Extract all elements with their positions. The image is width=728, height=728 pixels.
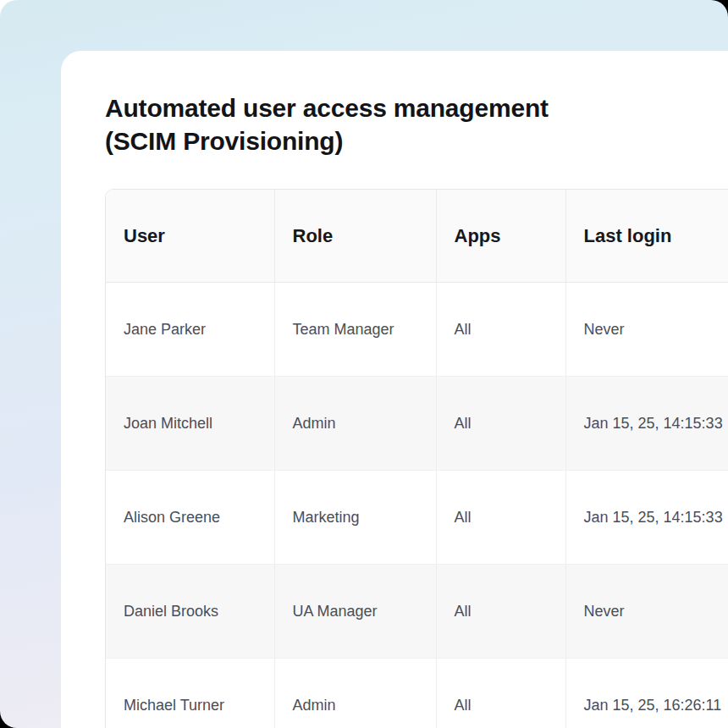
cell-last_login: Jan 15, 25, 14:15:33 xyxy=(565,377,728,471)
cell-role: UA Manager xyxy=(274,565,436,659)
cell-user: Joan Mitchell xyxy=(106,377,274,471)
column-header-role: Role xyxy=(274,190,436,283)
cell-role: Admin xyxy=(274,659,436,728)
table-row: Alison GreeneMarketingAllJan 15, 25, 14:… xyxy=(106,471,728,565)
scim-provisioning-card: Automated user access management (SCIM P… xyxy=(61,51,728,728)
cell-last_login: Jan 15, 25, 14:15:33 xyxy=(565,471,728,565)
column-header-user: User xyxy=(106,190,274,283)
cell-user: Alison Greene xyxy=(106,471,274,565)
table-row: Joan MitchellAdminAllJan 15, 25, 14:15:3… xyxy=(106,377,728,471)
table-header-row: UserRoleAppsLast login xyxy=(106,190,728,283)
screenshot-stage: Automated user access management (SCIM P… xyxy=(0,0,728,728)
table-header: UserRoleAppsLast login xyxy=(106,190,728,283)
cell-apps: All xyxy=(436,471,565,565)
cell-apps: All xyxy=(436,565,565,659)
user-access-table: UserRoleAppsLast login Jane ParkerTeam M… xyxy=(106,190,728,728)
cell-last_login: Jan 15, 25, 16:26:11 xyxy=(565,659,728,728)
table-row: Michael TurnerAdminAllJan 15, 25, 16:26:… xyxy=(106,659,728,728)
user-access-table-container: UserRoleAppsLast login Jane ParkerTeam M… xyxy=(105,189,728,728)
table-body: Jane ParkerTeam ManagerAllNeverJoan Mitc… xyxy=(106,283,728,728)
cell-last_login: Never xyxy=(565,283,728,377)
table-row: Jane ParkerTeam ManagerAllNever xyxy=(106,283,728,377)
cell-apps: All xyxy=(436,659,565,728)
cell-role: Marketing xyxy=(274,471,436,565)
cell-apps: All xyxy=(436,283,565,377)
cell-role: Admin xyxy=(274,377,436,471)
cell-user: Jane Parker xyxy=(106,283,274,377)
page-title: Automated user access management (SCIM P… xyxy=(105,91,613,157)
column-header-last_login: Last login xyxy=(565,190,728,283)
table-row: Daniel BrooksUA ManagerAllNever xyxy=(106,565,728,659)
cell-role: Team Manager xyxy=(274,283,436,377)
cell-user: Michael Turner xyxy=(106,659,274,728)
cell-last_login: Never xyxy=(565,565,728,659)
cell-user: Daniel Brooks xyxy=(106,565,274,659)
cell-apps: All xyxy=(436,377,565,471)
column-header-apps: Apps xyxy=(436,190,565,283)
